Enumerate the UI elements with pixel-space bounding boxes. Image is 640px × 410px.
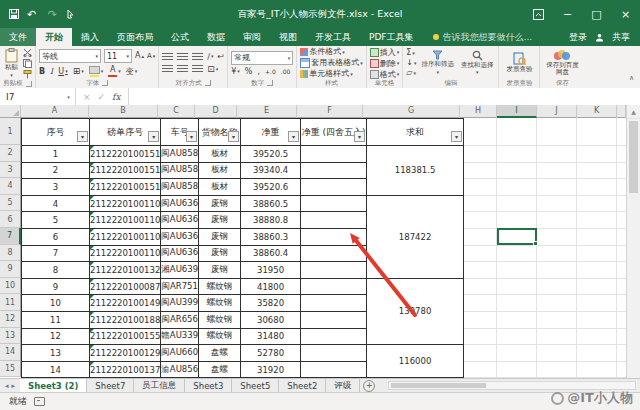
cell-E4[interactable]: 39520.6	[241, 179, 301, 196]
cell-C10[interactable]: 闽AR751	[161, 278, 199, 295]
filter-dropdown-icon[interactable]: ▾	[228, 131, 239, 142]
grow-font-button[interactable]: A▴	[135, 52, 144, 60]
cell-B10[interactable]: 2112220100087	[90, 278, 161, 295]
fill-handle[interactable]	[533, 241, 538, 246]
cell-F14[interactable]	[301, 345, 367, 362]
column-letter-F[interactable]: F	[297, 105, 363, 118]
cell-A4[interactable]: 3	[22, 179, 90, 196]
header-cell-C[interactable]: 车号▾	[161, 119, 199, 146]
insert-cells-button[interactable]: 插入▾	[370, 48, 400, 57]
cell-B15[interactable]: 2112220100137	[90, 361, 161, 378]
row-number-9[interactable]: 9	[0, 261, 21, 278]
column-letter-K[interactable]: K	[577, 105, 617, 118]
align-right-icon[interactable]	[192, 65, 203, 73]
cell-B9[interactable]: 2112220100132	[90, 262, 161, 279]
cell-C3[interactable]: 闽AU858	[161, 162, 199, 179]
cell-C2[interactable]: 闽AU858	[161, 146, 199, 163]
maximize-button[interactable]: □	[582, 0, 611, 28]
row-number-15[interactable]: 15	[0, 361, 21, 378]
cell-B11[interactable]: 2112220100149	[90, 295, 161, 312]
header-cell-F[interactable]: 净重 (四舍五入)▾	[301, 119, 367, 146]
cell-G-sum[interactable]: 118381.5	[367, 146, 464, 196]
filter-dropdown-icon[interactable]: ▾	[77, 131, 88, 142]
accounting-format-button[interactable]: ¥▾	[231, 68, 240, 76]
sign-in-button[interactable]: 登录	[569, 31, 587, 44]
cell-A13[interactable]: 12	[22, 328, 90, 345]
cell-D9[interactable]: 废钢	[199, 262, 241, 279]
filter-dropdown-icon[interactable]: ▾	[354, 131, 365, 142]
tab-review[interactable]: 审阅	[234, 28, 270, 46]
undo-button[interactable]: ↶▾	[27, 9, 40, 20]
cell-B13[interactable]: 2112220100155	[90, 328, 161, 345]
cell-F4[interactable]	[301, 179, 367, 196]
sheet-tab-sheet5[interactable]: Sheet5	[232, 379, 279, 392]
cell-G-sum[interactable]: 139780	[367, 278, 464, 344]
underline-button[interactable]: U▾	[58, 68, 67, 76]
cell-F5[interactable]	[301, 195, 367, 212]
minimize-button[interactable]: −	[553, 0, 582, 28]
column-letter-C[interactable]: C	[158, 105, 195, 118]
cell-G-sum[interactable]: 116000	[367, 345, 464, 378]
cell-E8[interactable]: 38860.4	[241, 245, 301, 262]
vertical-scrollbar[interactable]: ▲	[626, 105, 640, 378]
cell-C4[interactable]: 闽AU858	[161, 179, 199, 196]
align-top-icon[interactable]	[162, 53, 173, 61]
clear-button[interactable]: ▱▾	[406, 69, 416, 77]
row-number-2[interactable]: 2	[0, 145, 21, 162]
cell-C15[interactable]: 渝AU856	[161, 361, 199, 378]
header-cell-G[interactable]: 求和▾	[367, 119, 464, 146]
select-all-corner[interactable]	[0, 105, 21, 117]
cell-C5[interactable]: 闽AU636	[161, 195, 199, 212]
cell-A6[interactable]: 5	[22, 212, 90, 229]
cancel-icon[interactable]: ×	[83, 92, 91, 102]
name-box-caret-icon[interactable]: ▾	[62, 88, 76, 105]
cell-C9[interactable]: 湘AU639	[161, 262, 199, 279]
merge-center-button[interactable]: ⊡▾	[207, 65, 218, 74]
cell-E12[interactable]: 30680	[241, 311, 301, 328]
align-bottom-icon[interactable]	[192, 53, 203, 61]
cell-E13[interactable]: 31480	[241, 328, 301, 345]
increase-decimal-button[interactable]: +.0	[265, 69, 276, 75]
undo-caret-icon[interactable]: ▾	[37, 12, 40, 17]
cell-F3[interactable]	[301, 162, 367, 179]
cell-D5[interactable]: 废钢	[199, 195, 241, 212]
row-number-8[interactable]: 8	[0, 245, 21, 262]
selected-cell-I7[interactable]	[497, 228, 537, 245]
cell-D13[interactable]: 螺纹钢	[199, 328, 241, 345]
cell-B6[interactable]: 2112220100110	[90, 212, 161, 229]
format-cells-button[interactable]: 格式▾	[370, 70, 400, 79]
cell-A3[interactable]: 2	[22, 162, 90, 179]
cell-D15[interactable]: 盘螺	[199, 361, 241, 378]
sheet-tab-yuangongxinxi[interactable]: 员工信息	[134, 379, 185, 392]
cell-E15[interactable]: 31920	[241, 361, 301, 378]
cell-F2[interactable]	[301, 146, 367, 163]
filter-dropdown-icon[interactable]: ▾	[186, 131, 197, 142]
cell-F13[interactable]	[301, 328, 367, 345]
cell-B2[interactable]: 2112220100151	[90, 146, 161, 163]
filter-dropdown-icon[interactable]: ▾	[451, 131, 462, 142]
cell-C12[interactable]: 闽AR656	[161, 311, 199, 328]
touch-mode-caret-icon[interactable]: ▾	[75, 12, 78, 17]
cell-F6[interactable]	[301, 212, 367, 229]
sheet-nav-right-icon[interactable]: ▸	[12, 382, 16, 390]
comma-style-button[interactable]: ,	[257, 68, 260, 76]
cell-A2[interactable]: 1	[22, 146, 90, 163]
number-dialog-launcher-icon[interactable]	[267, 80, 273, 86]
find-select-button[interactable]: 查找和选择 ▾	[459, 50, 496, 76]
font-size-select[interactable]: 11▾	[104, 49, 132, 63]
cell-E10[interactable]: 41800	[241, 278, 301, 295]
orientation-button[interactable]: ∕▾	[207, 53, 213, 61]
name-box[interactable]: I7	[0, 88, 62, 105]
wrap-text-button[interactable]: ↩	[218, 53, 225, 61]
row-number-6[interactable]: 6	[0, 211, 21, 228]
align-center-icon[interactable]	[177, 65, 188, 73]
close-button[interactable]: ×	[611, 0, 640, 28]
column-letter-partial[interactable]	[617, 105, 626, 118]
cell-C14[interactable]: 闽AU660	[161, 345, 199, 362]
column-letter-I[interactable]: I	[497, 105, 537, 118]
cell-B3[interactable]: 2112220100151	[90, 162, 161, 179]
number-format-select[interactable]: 常规▾	[231, 51, 293, 65]
cell-B8[interactable]: 2112220100110	[90, 245, 161, 262]
cell-A11[interactable]: 10	[22, 295, 90, 312]
cell-F15[interactable]	[301, 361, 367, 378]
